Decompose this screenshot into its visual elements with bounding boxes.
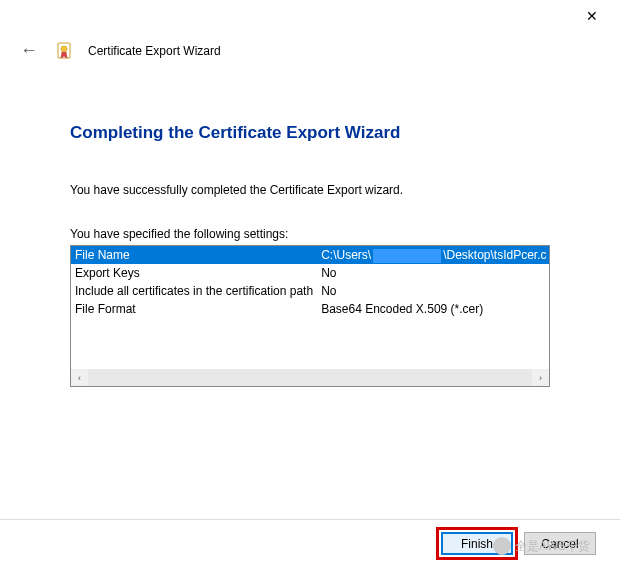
scroll-track[interactable] [88,369,532,386]
settings-table: File Name C:\Users\\Desktop\tsIdPcer.c E… [71,246,550,318]
finish-button[interactable]: Finish [441,532,513,555]
row-label: File Name [71,246,317,264]
settings-label: You have specified the following setting… [70,227,550,241]
table-row[interactable]: File Format Base64 Encoded X.509 (*.cer) [71,300,550,318]
horizontal-scrollbar[interactable]: ‹ › [71,369,549,386]
scroll-right-icon[interactable]: › [532,369,549,386]
row-label: File Format [71,300,317,318]
main-content: Completing the Certificate Export Wizard… [0,73,620,397]
row-value: C:\Users\\Desktop\tsIdPcer.c [317,246,550,264]
footer: Finish Cancel [0,519,620,567]
wizard-header: ← Certificate Export Wizard [0,32,620,73]
titlebar: ✕ [0,0,620,32]
table-row[interactable]: Include all certificates in the certific… [71,282,550,300]
page-heading: Completing the Certificate Export Wizard [70,123,550,143]
back-arrow-icon[interactable]: ← [16,38,42,63]
row-label: Include all certificates in the certific… [71,282,317,300]
table-row[interactable]: Export Keys No [71,264,550,282]
scroll-left-icon[interactable]: ‹ [71,369,88,386]
table-row[interactable]: File Name C:\Users\\Desktop\tsIdPcer.c [71,246,550,264]
svg-point-1 [61,46,67,52]
success-message: You have successfully completed the Cert… [70,183,550,197]
row-value: No [317,264,550,282]
row-label: Export Keys [71,264,317,282]
certificate-icon [56,42,74,60]
redacted-block [373,249,441,263]
close-button[interactable]: ✕ [572,4,612,28]
cancel-button[interactable]: Cancel [524,532,596,555]
settings-listbox: File Name C:\Users\\Desktop\tsIdPcer.c E… [70,245,550,387]
finish-highlight: Finish [436,527,518,560]
row-value: No [317,282,550,300]
wizard-title: Certificate Export Wizard [88,44,221,58]
row-value: Base64 Encoded X.509 (*.cer) [317,300,550,318]
